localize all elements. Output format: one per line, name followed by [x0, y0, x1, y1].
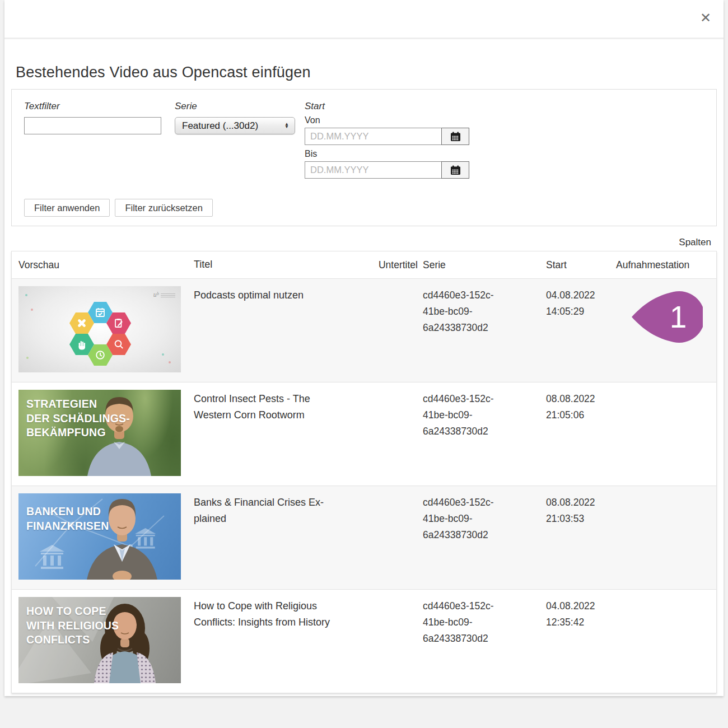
textfilter-group: Textfilter [24, 101, 161, 134]
col-header-serie: Serie [423, 259, 512, 271]
video-start: 04.08.2022 14:05:29 [546, 279, 608, 320]
col-header-vorschau: Vorschau [18, 259, 194, 271]
col-header-untertitel: Untertitel [345, 259, 418, 271]
video-row[interactable]: STRATEGIEN DER SCHÄDLINGS- BEKÄMPFUNG Co… [12, 382, 716, 486]
video-subtitle [345, 590, 418, 598]
video-title: Banks & Financial Crises Ex­plained [194, 486, 345, 527]
select-arrows-icon: ▲ ▼ [284, 123, 289, 129]
opencast-dialog: ✕ Bestehendes Video aus Opencast einfüge… [4, 0, 724, 696]
video-row[interactable]: uᵇ [12, 278, 716, 382]
video-thumbnail: HOW TO COPE WITH RELIGIOUS CONFLICTS [18, 597, 181, 683]
video-series: cd4460e3-152c-41be-bc09-6a24338730d2 [423, 382, 512, 440]
video-title: Control Insect Pests - The Western Corn … [194, 382, 345, 423]
thumbnail-caption: HOW TO COPE WITH RELIGIOUS CONFLICTS [26, 604, 119, 647]
von-label: Von [305, 115, 469, 125]
video-row[interactable]: BANKEN UND FINANZKRISEN Ba [12, 486, 716, 589]
video-thumbnail: STRATEGIEN DER SCHÄDLINGS- BEKÄMPFUNG [18, 390, 181, 476]
video-start: 08.08.2022 21:05:06 [546, 382, 608, 423]
bis-calendar-button[interactable] [441, 161, 469, 179]
video-station [616, 279, 706, 287]
serie-select-value: Featured (...30d2) [182, 120, 258, 132]
video-table: Vorschau Titel Untertitel Serie Start Au… [11, 251, 717, 693]
table-header: Vorschau Titel Untertitel Serie Start Au… [12, 251, 716, 278]
col-header-aufnahmestation: Aufnahmestation [616, 259, 706, 271]
step-1-marker: 1 [631, 289, 703, 345]
bis-label: Bis [305, 149, 469, 159]
dialog-header: ✕ [4, 0, 724, 39]
textfilter-label: Textfilter [24, 101, 161, 112]
video-subtitle [345, 382, 418, 391]
filter-panel: Textfilter Serie Featured (...30d2) ▲ ▼ … [11, 89, 717, 226]
page-title: Bestehendes Video aus Opencast einfügen [16, 64, 717, 81]
serie-select[interactable]: Featured (...30d2) ▲ ▼ [175, 117, 295, 134]
video-series: cd4460e3-152c-41be-bc09-6a24338730d2 [423, 279, 512, 336]
textfilter-input[interactable] [24, 117, 161, 134]
video-series: cd4460e3-152c-41be-bc09-6a24338730d2 [423, 486, 512, 543]
calendar-icon [450, 165, 461, 175]
svg-text:1: 1 [670, 300, 687, 334]
video-station [616, 590, 706, 598]
video-title: How to Cope with Religious Conflicts: In… [194, 590, 345, 631]
calendar-icon [450, 132, 461, 142]
video-station [616, 382, 706, 391]
thumbnail-caption: BANKEN UND FINANZKRISEN [26, 505, 109, 533]
video-subtitle [345, 279, 418, 287]
col-header-start: Start [546, 259, 608, 271]
start-date-group: Start Von [305, 101, 469, 183]
video-row[interactable]: HOW TO COPE WITH RELIGIOUS CONFLICTS [12, 589, 716, 693]
reset-filter-button[interactable]: Filter zurücksetzen [115, 199, 212, 217]
video-series: cd4460e3-152c-41be-bc09-6a24338730d2 [423, 590, 512, 647]
dialog-body: Bestehendes Video aus Opencast einfügen … [4, 64, 724, 693]
bis-date-input[interactable] [305, 161, 442, 179]
video-thumbnail: BANKEN UND FINANZKRISEN [18, 493, 181, 580]
close-button[interactable]: ✕ [700, 11, 711, 25]
serie-group: Serie Featured (...30d2) ▲ ▼ [175, 101, 295, 134]
von-calendar-button[interactable] [441, 128, 469, 145]
video-start: 04.08.2022 12:35:42 [546, 590, 608, 631]
apply-filter-button[interactable]: Filter anwenden [24, 199, 110, 217]
thumbnail-caption: STRATEGIEN DER SCHÄDLINGS- BEKÄMPFUNG [26, 397, 130, 440]
video-subtitle [345, 486, 418, 494]
von-date-input[interactable] [305, 128, 442, 145]
video-start: 08.08.2022 21:03:53 [546, 486, 608, 527]
col-header-titel: Titel [194, 259, 345, 271]
video-station [616, 486, 706, 494]
columns-chooser[interactable]: Spalten [679, 237, 711, 248]
video-title: Podcasts optimal nutzen [194, 279, 345, 304]
unibe-logo: uᵇ [153, 291, 175, 299]
start-label: Start [305, 101, 469, 112]
serie-label: Serie [175, 101, 295, 112]
video-thumbnail: uᵇ [18, 286, 181, 372]
